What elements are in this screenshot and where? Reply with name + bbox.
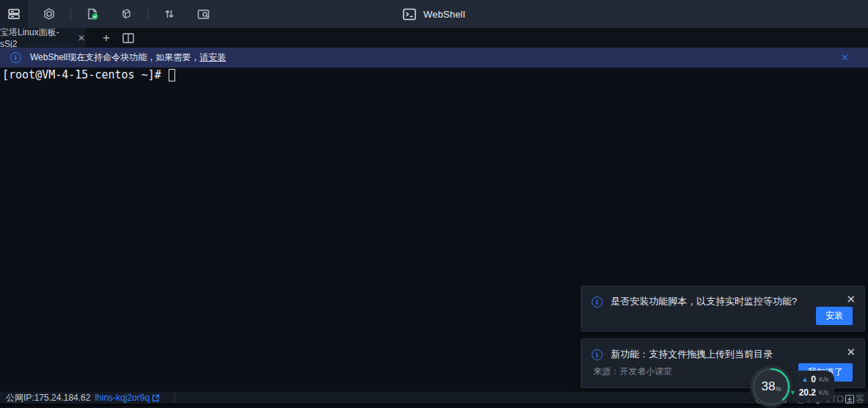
tab-close-icon[interactable]: ✕ (78, 34, 85, 43)
banner-install-link[interactable]: 请安装 (199, 52, 226, 62)
toast-close-icon[interactable]: ✕ (846, 346, 856, 359)
sort-button[interactable] (157, 0, 182, 28)
panel-grid-icon (7, 7, 21, 21)
instance-link[interactable]: lhins-kqj2or9q (95, 393, 160, 403)
toast-message: 是否安装功能脚本，以支持实时监控等功能? (611, 295, 797, 308)
app-title: WebShell (423, 9, 465, 20)
download-speed-row: ▼ 20.2K/s (792, 386, 828, 399)
cube-icon (119, 7, 133, 21)
terminal-prompt: [root@VM-4-15-centos ~]# (2, 68, 175, 81)
toast-close-icon[interactable]: ✕ (846, 293, 856, 306)
tab-label: 宝塔Linux面板-sSj2 (0, 26, 73, 49)
sort-arrows-icon (163, 7, 176, 21)
gauge-label: 38% (751, 367, 791, 407)
upload-value: 0 (811, 374, 816, 385)
install-script-toast: i 是否安装功能脚本，以支持实时监控等功能? ✕ 安装 (581, 285, 865, 332)
upload-speed-row: ▲ 0K/s (792, 373, 828, 386)
install-button[interactable]: 安装 (816, 307, 853, 325)
toast-head: i 是否安装功能脚本，以支持实时监控等功能? (581, 286, 864, 308)
webshell-app: WebShell 宝塔Linux面板-sSj2 ✕ + i WebShell现在… (0, 0, 868, 408)
find-window-button[interactable] (191, 0, 216, 28)
public-ip-label: 公网IP:175.24.184.62 (6, 392, 90, 404)
toolbar-divider (70, 8, 71, 20)
info-icon: i (592, 349, 603, 360)
settings-button[interactable] (37, 0, 62, 28)
tab-bar: 宝塔Linux面板-sSj2 ✕ + (0, 28, 868, 48)
split-view-icon (122, 33, 134, 43)
external-link-icon (152, 394, 160, 402)
banner-message: WebShell现在支持命令块功能，如果需要，请安装 (30, 51, 226, 64)
load-gauge[interactable]: 38% (751, 367, 791, 407)
webshell-info-banner: i WebShell现在支持命令块功能，如果需要，请安装 ✕ (0, 48, 868, 68)
status-left-group: 公网IP:175.24.184.62 lhins-kqj2or9q (0, 392, 175, 404)
upload-unit: K/s (819, 376, 828, 383)
plugin-button[interactable] (114, 0, 139, 28)
terminal-cursor (169, 69, 175, 81)
gauge-unit: % (775, 385, 781, 393)
download-icon[interactable] (845, 394, 855, 404)
upload-arrow-icon: ▲ (801, 376, 808, 383)
status-divider (174, 393, 175, 402)
info-icon: i (592, 296, 603, 307)
toast-source-label: 来源：开发者小课堂 (593, 365, 672, 378)
info-icon: i (10, 52, 21, 63)
tab-baota-panel[interactable]: 宝塔Linux面板-sSj2 ✕ (0, 28, 85, 48)
new-tab-button[interactable]: + (95, 28, 117, 48)
split-view-button[interactable] (117, 28, 139, 48)
watermark-text: 客 (856, 393, 865, 406)
find-window-icon (196, 7, 210, 21)
toast-message: 新功能：支持文件拖拽上传到当前目录 (611, 348, 773, 361)
panel-grid-button[interactable] (0, 0, 28, 28)
terminal-icon (402, 7, 416, 21)
gauge-value: 38 (762, 379, 776, 394)
gear-icon (43, 7, 56, 21)
download-unit: K/s (819, 389, 828, 396)
top-toolbar: WebShell (0, 0, 868, 28)
toolbar-divider (147, 8, 148, 20)
command-blocks-button[interactable] (80, 0, 105, 28)
status-bar: 公网IP:175.24.184.62 lhins-kqj2or9q @5 (0, 392, 868, 406)
toast-head: i 新功能：支持文件拖拽上传到当前目录 (581, 339, 864, 361)
download-value: 20.2 (799, 387, 816, 398)
banner-close-icon[interactable]: ✕ (841, 48, 849, 68)
file-check-icon (86, 7, 100, 21)
